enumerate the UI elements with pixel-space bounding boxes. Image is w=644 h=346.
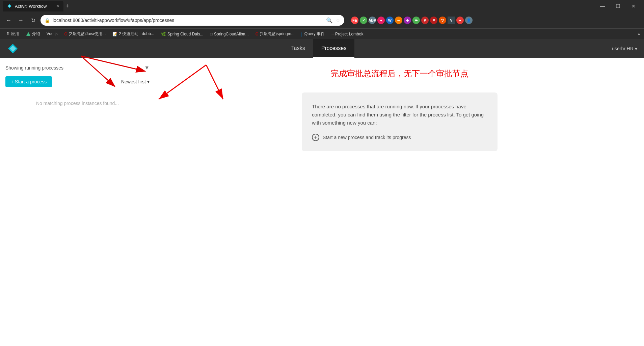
info-box: There are no processes that are running … xyxy=(302,92,498,151)
app-header: Tasks Processes userhr HR ▾ xyxy=(0,39,644,58)
ext-last[interactable]: ● xyxy=(456,17,464,24)
lock-icon: 🔒 xyxy=(45,18,50,23)
ext-red[interactable]: P xyxy=(421,17,429,24)
bookmarks-bar: ⠿ 应用 介绍 — Vue.js C (2条消息)Java使用... 📝 2 快… xyxy=(0,28,644,39)
sidebar: Showing running processes ▼ + Start a pr… xyxy=(0,58,155,332)
java-bookmark[interactable]: C (2条消息)Java使用... xyxy=(62,30,109,38)
close-button[interactable]: ✕ xyxy=(626,0,641,12)
ext-orange[interactable]: ∞ xyxy=(395,17,402,24)
back-button[interactable]: ← xyxy=(4,16,14,25)
svg-marker-2 xyxy=(26,32,30,36)
reload-button[interactable]: ↻ xyxy=(28,16,38,25)
sort-dropdown[interactable]: Newest first ▾ xyxy=(121,79,150,84)
forward-button[interactable]: → xyxy=(16,16,26,25)
more-bookmarks[interactable]: » xyxy=(638,32,640,36)
no-results-message: No matching process instances found... xyxy=(5,101,150,106)
start-process-button[interactable]: + Start a process xyxy=(5,76,52,87)
ext-check[interactable]: ✓ xyxy=(360,17,367,24)
vuejs-bookmark[interactable]: 介绍 — Vue.js xyxy=(23,30,60,38)
activiti-favicon xyxy=(7,3,12,9)
close-tab-icon[interactable]: ✕ xyxy=(56,4,59,8)
tab-title: Activiti Workflow xyxy=(15,4,47,9)
filter-icon[interactable]: ▼ xyxy=(144,65,150,71)
ext-abp[interactable]: ABP xyxy=(369,17,376,24)
spring-aliba-bookmark[interactable]: □ SpringCloudAliba... xyxy=(208,31,251,37)
maximize-button[interactable]: ❐ xyxy=(610,0,626,12)
jquery-bookmark[interactable]: j jQuery 事件 xyxy=(299,30,327,38)
showing-label: Showing running processes xyxy=(5,65,63,71)
sidebar-header: Showing running processes ▼ xyxy=(5,65,150,71)
minimize-button[interactable]: — xyxy=(595,0,610,12)
sidebar-controls: + Start a process Newest first ▾ xyxy=(5,76,150,87)
spring-cloud-bookmark[interactable]: 🌿 Spring Cloud Dals... xyxy=(158,31,206,37)
springm-bookmark[interactable]: C (1条消息)springm... xyxy=(253,30,297,38)
ext-green[interactable]: ❧ xyxy=(412,17,420,24)
dubbo-bookmark[interactable]: 📝 2 快速启动 · dubb... xyxy=(110,30,157,38)
action-text: Start a new process and track its progre… xyxy=(323,135,411,140)
ext-dark-red[interactable]: ✕ xyxy=(430,17,437,24)
detail-pane: 完成审批总流程后，无下一个审批节点 There are no processes… xyxy=(155,58,644,332)
plus-circle-icon: + xyxy=(312,134,319,141)
user-menu[interactable]: userhr HR ▾ xyxy=(612,46,637,51)
annotation-text: 完成审批总流程后，无下一个审批节点 xyxy=(169,68,630,79)
user-avatar[interactable]: 👤 xyxy=(465,17,473,24)
nav-processes[interactable]: Processes xyxy=(313,39,355,58)
apps-bookmark[interactable]: ⠿ 应用 xyxy=(4,30,22,38)
ext-purple[interactable]: ◈ xyxy=(404,17,411,24)
app-nav: Tasks Processes xyxy=(26,39,612,58)
info-box-text: There are no processes that are running … xyxy=(312,103,487,127)
ext-blue[interactable]: W xyxy=(386,17,394,24)
ext-pink[interactable]: ♦ xyxy=(377,17,385,24)
app-logo xyxy=(7,43,19,55)
ext-fe[interactable]: FE xyxy=(351,17,358,24)
new-tab-button[interactable]: + xyxy=(65,3,69,10)
main-content: Showing running processes ▼ + Start a pr… xyxy=(0,58,644,332)
search-icon[interactable]: 🔍 xyxy=(326,17,333,24)
address-input[interactable] xyxy=(53,18,323,23)
nav-tasks[interactable]: Tasks xyxy=(283,39,313,58)
info-box-action[interactable]: + Start a new process and track its prog… xyxy=(312,134,487,141)
extensions-bar: FE ✓ ABP ♦ W ∞ ◈ ❧ P ✕ ▽ V ● 👤 xyxy=(351,17,473,24)
lombok-bookmark[interactable]: ~ Project Lombok xyxy=(329,31,366,37)
ext-v[interactable]: V xyxy=(448,17,455,24)
star-icon[interactable]: ☆ xyxy=(336,17,340,24)
ext-orange2[interactable]: ▽ xyxy=(439,17,446,24)
